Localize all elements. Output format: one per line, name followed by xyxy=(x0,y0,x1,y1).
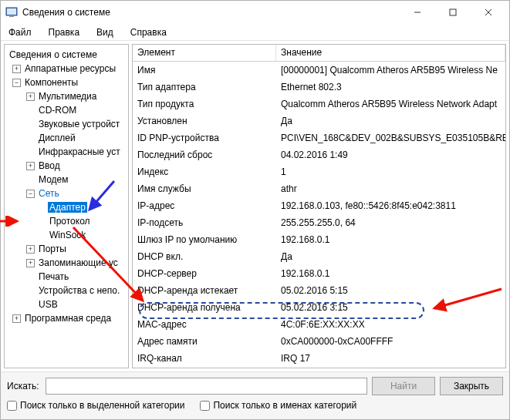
column-element[interactable]: Элемент xyxy=(133,45,276,61)
cell-value: [00000001] Qualcomm Atheros AR5B95 Wirel… xyxy=(276,63,505,77)
list-row[interactable]: Имя службыathr xyxy=(133,180,505,197)
cell-name: Тип продукта xyxy=(133,97,276,111)
list-row[interactable]: Имя[00000001] Qualcomm Atheros AR5B95 Wi… xyxy=(133,62,505,79)
svg-rect-4 xyxy=(450,9,456,15)
list-row[interactable]: Последний сброс04.02.2016 1:49 xyxy=(133,146,505,163)
list-row[interactable]: Индекс1 xyxy=(133,163,505,180)
tree-network[interactable]: − Сеть xyxy=(5,186,128,200)
cell-value: PCI\VEN_168C&DEV_002B&SUBSYS_E035105B&RE… xyxy=(276,131,505,145)
tree-pane[interactable]: Сведения о системе + Аппаратные ресурсы … xyxy=(4,44,129,368)
checkbox-names-only-input[interactable] xyxy=(200,401,210,411)
tree-printing[interactable]: Печать xyxy=(5,270,128,284)
list-row[interactable]: IP-подсеть255.255.255.0, 64 xyxy=(133,214,505,231)
expand-icon[interactable]: + xyxy=(26,259,35,267)
list-row[interactable]: IRQ-каналIRQ 17 xyxy=(133,350,505,367)
list-row[interactable]: MAC-адрес4C:0F:6E:XX:XX:XX xyxy=(133,316,505,333)
list-row[interactable]: DHCP вкл.Да xyxy=(133,248,505,265)
cell-value: 05.02.2016 5:15 xyxy=(276,284,505,297)
tree-winsock[interactable]: WinSock xyxy=(5,228,128,242)
list-row[interactable]: IP-адрес192.168.0.103, fe80::5426:8f45:e… xyxy=(133,197,505,214)
list-row[interactable]: Адрес памяти0xCA000000-0xCA00FFFF xyxy=(133,333,505,350)
cell-name: DHCP-сервер xyxy=(133,267,276,281)
list-row[interactable]: Тип продуктаQualcomm Atheros AR5B95 Wire… xyxy=(133,96,505,113)
cell-value: athr xyxy=(276,182,505,196)
search-bar: Искать: Найти Закрыть Поиск только в выд… xyxy=(1,371,509,419)
search-label: Искать: xyxy=(7,381,41,391)
cell-name: IP-подсеть xyxy=(133,216,276,230)
cell-name: Тип адаптера xyxy=(133,80,276,94)
maximize-button[interactable] xyxy=(435,1,471,24)
list-row[interactable]: Тип адаптераEthernet 802.3 xyxy=(133,79,505,96)
title-bar: Сведения о системе xyxy=(1,1,509,24)
cell-value: 192.168.0.1 xyxy=(276,233,505,247)
expand-icon[interactable]: + xyxy=(26,245,35,254)
tree-cdrom[interactable]: CD-ROM xyxy=(5,103,128,117)
collapse-icon[interactable]: − xyxy=(26,190,35,198)
menu-bar: Файл Правка Вид Справка xyxy=(1,24,509,41)
menu-edit[interactable]: Правка xyxy=(44,25,85,39)
menu-view[interactable]: Вид xyxy=(92,25,118,39)
tree-storage[interactable]: + Запоминающие ус xyxy=(5,256,128,270)
column-headers: Элемент Значение xyxy=(133,45,505,62)
cell-name: DHCP-аренда получена xyxy=(133,301,276,314)
list-row[interactable]: Шлюз IP по умолчанию192.168.0.1 xyxy=(133,231,505,248)
tree-ports[interactable]: + Порты xyxy=(5,242,128,256)
tree-usb[interactable]: USB xyxy=(5,297,128,311)
tree-components[interactable]: − Компоненты xyxy=(5,76,128,89)
close-button[interactable] xyxy=(471,1,506,24)
list-row[interactable]: УстановленДа xyxy=(133,113,505,129)
list-row[interactable]: DHCP-сервер192.168.0.1 xyxy=(133,265,505,282)
app-icon xyxy=(5,6,18,18)
tree-problem[interactable]: Устройства с непо. xyxy=(5,284,128,297)
tree-modem[interactable]: Модем xyxy=(5,173,128,186)
svg-rect-1 xyxy=(7,8,16,15)
minimize-button[interactable] xyxy=(400,1,435,24)
checkbox-selection-only-input[interactable] xyxy=(7,401,17,411)
checkbox-selection-only[interactable]: Поиск только в выделенной категории xyxy=(7,400,184,411)
expand-icon[interactable]: + xyxy=(26,92,35,101)
window-title: Сведения о системе xyxy=(22,7,400,18)
tree-input[interactable]: + Ввод xyxy=(5,159,128,173)
expand-icon[interactable]: + xyxy=(12,65,21,73)
tree-software[interactable]: + Программная среда xyxy=(5,311,128,325)
tree-sound[interactable]: Звуковые устройст xyxy=(5,117,128,131)
expand-icon[interactable]: + xyxy=(26,162,35,170)
expand-icon[interactable]: + xyxy=(12,314,21,323)
search-input[interactable] xyxy=(46,378,367,395)
cell-name: Имя xyxy=(133,63,276,77)
tree-multimedia[interactable]: + Мультимедиа xyxy=(5,89,128,103)
menu-file[interactable]: Файл xyxy=(4,25,36,39)
checkbox-names-only[interactable]: Поиск только в именах категорий xyxy=(200,400,356,411)
menu-help[interactable]: Справка xyxy=(126,25,171,39)
cell-name: DHCP-аренда истекает xyxy=(133,284,276,297)
cell-value: 05.02.2016 3:15 xyxy=(276,301,505,314)
cell-value: Да xyxy=(276,250,505,264)
cell-name: Адрес памяти xyxy=(133,334,276,348)
list-row[interactable]: Драйверc:\windows\system32\drivers\athw1… xyxy=(133,367,505,368)
tree-protocol[interactable]: Протокол xyxy=(5,214,128,228)
tree-adapter[interactable]: Адаптер xyxy=(5,200,128,214)
find-button[interactable]: Найти xyxy=(372,377,435,395)
tree-display[interactable]: Дисплей xyxy=(5,131,128,145)
tree-infrared[interactable]: Инфракрасные уст xyxy=(5,145,128,159)
collapse-icon[interactable]: − xyxy=(12,79,21,87)
cell-value: 04.02.2016 1:49 xyxy=(276,148,505,162)
list-row[interactable]: ID PNP-устройстваPCI\VEN_168C&DEV_002B&S… xyxy=(133,129,505,146)
cell-value: 1 xyxy=(276,165,505,179)
cell-value: 255.255.255.0, 64 xyxy=(276,216,505,230)
cell-name: ID PNP-устройства xyxy=(133,131,276,145)
cell-name: IP-адрес xyxy=(133,199,276,213)
cell-value: Qualcomm Atheros AR5B95 Wireless Network… xyxy=(276,97,505,111)
close-search-button[interactable]: Закрыть xyxy=(440,377,503,395)
tree-root[interactable]: Сведения о системе xyxy=(5,48,128,62)
cell-name: Индекс xyxy=(133,165,276,179)
cell-value: 0xCA000000-0xCA00FFFF xyxy=(276,334,505,348)
cell-name: Имя службы xyxy=(133,182,276,196)
column-value[interactable]: Значение xyxy=(276,45,505,61)
cell-name: Шлюз IP по умолчанию xyxy=(133,233,276,247)
list-row[interactable]: DHCP-аренда получена05.02.2016 3:15 xyxy=(133,299,505,316)
svg-rect-2 xyxy=(9,16,14,17)
tree-hardware[interactable]: + Аппаратные ресурсы xyxy=(5,62,128,76)
details-list[interactable]: Имя[00000001] Qualcomm Atheros AR5B95 Wi… xyxy=(133,62,505,368)
list-row[interactable]: DHCP-аренда истекает05.02.2016 5:15 xyxy=(133,282,505,299)
